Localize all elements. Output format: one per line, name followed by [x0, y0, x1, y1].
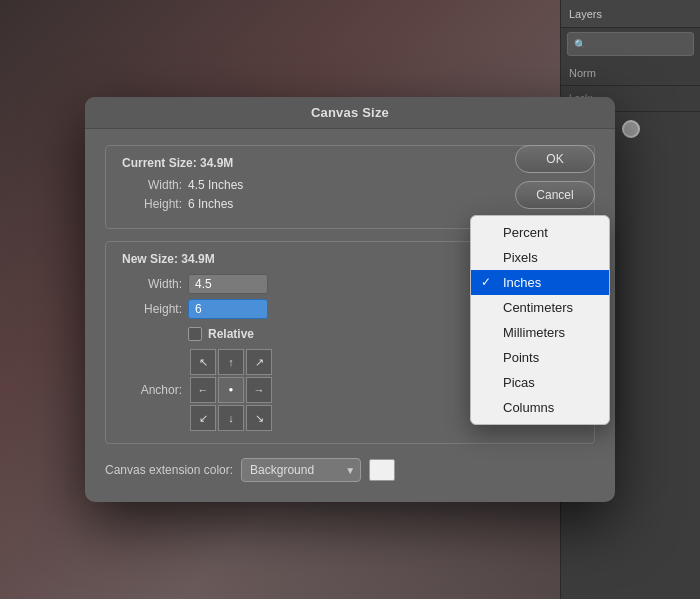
anchor-grid: ↖ ↑ ↗ ← ● → ↙ ↓ ↘	[190, 349, 272, 431]
dropdown-item-percent[interactable]: Percent	[471, 220, 609, 245]
current-height-label: Height:	[122, 197, 182, 211]
current-width-value: 4.5 Inches	[188, 178, 243, 192]
new-width-label: Width:	[122, 277, 182, 291]
search-icon: 🔍	[574, 39, 586, 50]
anchor-bc[interactable]: ↓	[218, 405, 244, 431]
dropdown-item-millimeters[interactable]: Millimeters	[471, 320, 609, 345]
anchor-br[interactable]: ↘	[246, 405, 272, 431]
check-icon: ✓	[481, 275, 491, 289]
anchor-mc[interactable]: ●	[218, 377, 244, 403]
layers-norm-label: Norm	[569, 67, 596, 79]
dialog-titlebar: Canvas Size	[85, 97, 615, 129]
current-height-row: Height: 6 Inches	[122, 197, 578, 211]
anchor-tl[interactable]: ↖	[190, 349, 216, 375]
relative-label: Relative	[208, 327, 254, 341]
new-width-input[interactable]	[188, 274, 268, 294]
new-height-label: Height:	[122, 302, 182, 316]
layers-search: 🔍	[567, 32, 694, 56]
anchor-tc[interactable]: ↑	[218, 349, 244, 375]
ok-button[interactable]: OK	[515, 145, 595, 173]
canvas-extension-select-container: ForegroundBackgroundWhiteBlackGrayOther.…	[241, 458, 361, 482]
current-size-label: Current Size: 34.9M	[122, 156, 578, 170]
cancel-button[interactable]: Cancel	[515, 181, 595, 209]
dropdown-item-columns[interactable]: Columns	[471, 395, 609, 420]
anchor-tr[interactable]: ↗	[246, 349, 272, 375]
dropdown-item-inches[interactable]: ✓ Inches	[471, 270, 609, 295]
anchor-label: Anchor:	[122, 383, 182, 397]
canvas-extension-select[interactable]: ForegroundBackgroundWhiteBlackGrayOther.…	[241, 458, 361, 482]
anchor-bl[interactable]: ↙	[190, 405, 216, 431]
anchor-ml[interactable]: ←	[190, 377, 216, 403]
layers-panel-header: Layers	[561, 0, 700, 28]
bottom-row: Canvas extension color: ForegroundBackgr…	[105, 458, 595, 482]
current-width-row: Width: 4.5 Inches	[122, 178, 578, 192]
canvas-size-dialog: Canvas Size OK Cancel Current Size: 34.9…	[85, 97, 615, 502]
dropdown-item-centimeters[interactable]: Centimeters	[471, 295, 609, 320]
current-height-value: 6 Inches	[188, 197, 233, 211]
current-width-label: Width:	[122, 178, 182, 192]
dialog-buttons: OK Cancel	[515, 145, 595, 209]
anchor-mr[interactable]: →	[246, 377, 272, 403]
layers-norm-row: Norm	[561, 60, 700, 86]
new-height-input[interactable]	[188, 299, 268, 319]
canvas-extension-label: Canvas extension color:	[105, 463, 233, 477]
unit-dropdown-menu: Percent Pixels ✓ Inches Centimeters Mill…	[470, 215, 610, 425]
dropdown-item-pixels[interactable]: Pixels	[471, 245, 609, 270]
eye-icon	[622, 120, 640, 138]
relative-checkbox[interactable]	[188, 327, 202, 341]
dropdown-item-points[interactable]: Points	[471, 345, 609, 370]
color-swatch[interactable]	[369, 459, 395, 481]
dialog-title: Canvas Size	[311, 105, 389, 120]
dropdown-item-picas[interactable]: Picas	[471, 370, 609, 395]
